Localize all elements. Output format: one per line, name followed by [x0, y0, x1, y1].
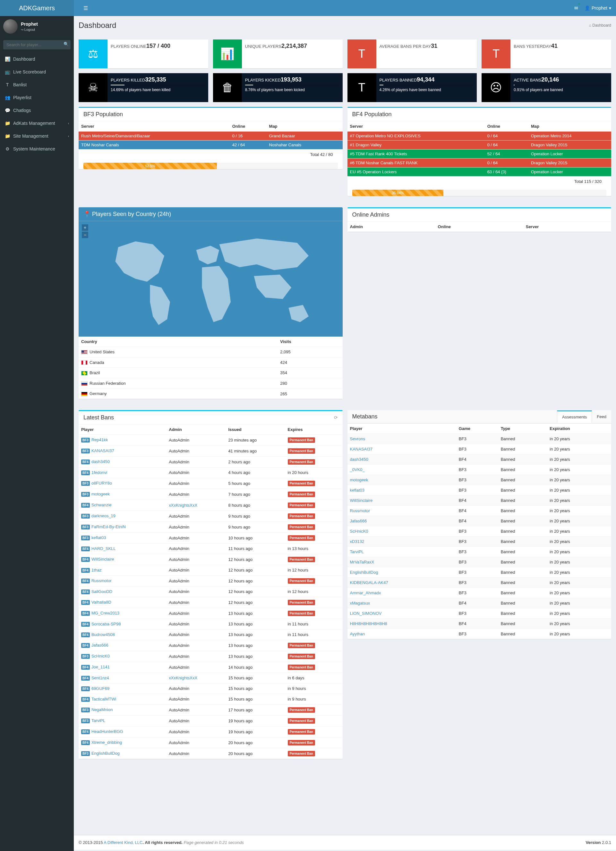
player-link[interactable]: Sorocaba-SP98: [92, 622, 121, 626]
player-link[interactable]: Rep41kk: [92, 438, 108, 442]
player-link[interactable]: Russmotor: [92, 578, 112, 583]
content-header: Dashboard Dashboard: [74, 16, 616, 35]
player-link[interactable]: keflat03: [350, 488, 365, 493]
sidebar-item[interactable]: 💬Chatlogs: [0, 104, 74, 117]
server-row[interactable]: TDM Noshar Canals42 / 64Noshahar Canals: [79, 141, 343, 150]
player-link[interactable]: Sevrons: [350, 436, 365, 441]
server-row[interactable]: #7 Operation Metro NO EXPLOSIVES0 / 64Op…: [347, 132, 611, 141]
player-link[interactable]: HARD_SKLL: [92, 546, 116, 551]
world-map[interactable]: + −: [79, 221, 343, 337]
player-link[interactable]: motogeek: [350, 478, 368, 482]
footer-company-link[interactable]: A Different Kind, LLC: [104, 840, 143, 845]
main-sidebar: Prophet Logout 🔍 📊Dashboard📺Live Scorebo…: [0, 16, 74, 850]
ban-row: BF4HARD_SKLLAutoAdmin11 hours agoin 13 h…: [79, 543, 343, 554]
user-menu[interactable]: 👤 Prophet ▾: [584, 6, 611, 11]
stat-box-dark: ☹ ACTIVE BANS20,146 0.91% of players are…: [482, 73, 611, 102]
sidebar-item[interactable]: 📺Live Scoreboard: [0, 65, 74, 78]
player-link[interactable]: KANASAI37: [350, 447, 373, 451]
metaban-row: Jafas666BF4Bannedin 20 years: [347, 516, 611, 526]
sidebar-item[interactable]: 📁AdKats Management‹: [0, 117, 74, 130]
player-link[interactable]: WillSinclaire: [350, 498, 373, 503]
player-link[interactable]: dash3450: [92, 459, 110, 464]
player-link[interactable]: TacticalMTWi: [92, 697, 116, 701]
player-link[interactable]: 1thaz: [92, 568, 102, 573]
player-link[interactable]: xD3132: [350, 539, 365, 544]
player-link[interactable]: EnglishBullDog: [92, 751, 120, 756]
sidebar-toggle[interactable]: ☰: [79, 0, 93, 16]
player-link[interactable]: keflat03: [92, 535, 106, 540]
server-row[interactable]: #6 TDM Noshar Canals FAST RANK0 / 64Drag…: [347, 158, 611, 167]
server-row[interactable]: Rush Metro/Seine/Damavand/Bazaar0 / 16Gr…: [79, 132, 343, 141]
server-row[interactable]: #1 Dragon Valley0 / 64Dragon Valley 2015: [347, 141, 611, 150]
player-link[interactable]: LION_SIMONOV: [350, 611, 382, 616]
search-button[interactable]: 🔍: [63, 42, 69, 47]
player-link[interactable]: Russmotor: [350, 508, 370, 513]
player-link[interactable]: Schwanzie: [92, 502, 112, 507]
sidebar-item[interactable]: ⚙System Maintenance: [0, 143, 74, 155]
player-link[interactable]: Budrow4508: [92, 632, 115, 637]
player-link[interactable]: Ayythan: [350, 631, 365, 636]
metaban-row: KANASAI37BF3Bannedin 20 years: [347, 444, 611, 454]
sidebar-item[interactable]: 👥Playerlist: [0, 91, 74, 104]
search-input[interactable]: [3, 40, 71, 50]
player-link[interactable]: SallGooDD: [92, 589, 112, 594]
player-link[interactable]: Valhalla8D: [92, 600, 111, 604]
country-row: Canada424: [79, 357, 343, 368]
refresh-icon[interactable]: ⟳: [334, 415, 338, 420]
stat-icon: ☹: [482, 73, 511, 102]
server-row[interactable]: #5 TDM Fast Rank 400 Tickets52 / 64Opera…: [347, 150, 611, 158]
logout-link[interactable]: Logout: [21, 28, 35, 32]
ban-row: BF3TarviPLAutoAdmin19 hours agoPermanent…: [79, 715, 343, 726]
brand-logo[interactable]: ADKGamers: [0, 0, 74, 16]
player-link[interactable]: KIDBENGALA-AK47: [350, 580, 388, 585]
player-link[interactable]: HeadHunterBGG: [92, 729, 123, 734]
sidebar-item[interactable]: 📁Site Management‹: [0, 130, 74, 143]
player-link[interactable]: Jafas666: [350, 519, 367, 523]
stat-icon: 📊: [213, 39, 242, 68]
tab-feed[interactable]: Feed: [592, 411, 611, 422]
player-link[interactable]: TarviPL: [92, 718, 105, 723]
metaban-row: Ammar_AhmadxBF3Bannedin 20 years: [347, 588, 611, 598]
player-link[interactable]: NegaMnion: [92, 707, 113, 712]
ban-row: BF3ScHnicK0AutoAdmin13 hours agoPermanen…: [79, 651, 343, 662]
player-link[interactable]: EnglishBullDog: [350, 570, 378, 575]
player-link[interactable]: FaRmEd-By-EtniN: [92, 524, 126, 529]
player-link[interactable]: motogeek: [92, 492, 110, 496]
breadcrumb[interactable]: Dashboard: [589, 23, 611, 28]
messages-icon[interactable]: ✉: [574, 6, 578, 11]
player-link[interactable]: Sent1nz4: [92, 675, 109, 680]
metaban-row: ScHnicK0BF3Bannedin 20 years: [347, 526, 611, 536]
player-link[interactable]: xMagatsux: [350, 601, 370, 606]
player-link[interactable]: WillSinclaire: [92, 557, 114, 562]
player-link[interactable]: Jafas666: [92, 643, 108, 648]
player-link[interactable]: _0VK0_: [350, 467, 365, 472]
player-link[interactable]: darkneos_19: [92, 513, 116, 518]
admin-link[interactable]: xXxKnightsXxX: [169, 503, 197, 508]
player-link[interactable]: KANASAI37: [92, 448, 114, 453]
metabans-box: Metabans Assessments Feed PlayerGameType…: [347, 410, 611, 639]
player-link[interactable]: H8H8H8H8H8H8H8: [350, 621, 387, 626]
tab-assessments[interactable]: Assessments: [557, 410, 592, 423]
sidebar-item[interactable]: TBanlist: [0, 78, 74, 91]
player-link[interactable]: Ammar_Ahmadx: [350, 591, 381, 595]
player-link[interactable]: TarviPL: [350, 549, 364, 554]
player-link[interactable]: o8FURY8o: [92, 481, 112, 486]
stat-icon: T: [347, 73, 376, 102]
player-link[interactable]: Xtreme_dribbing: [92, 740, 122, 745]
admin-link[interactable]: xXxKnightsXxX: [169, 675, 197, 680]
player-link[interactable]: ScHnicK0: [92, 654, 110, 659]
zoom-out-button[interactable]: −: [82, 232, 88, 238]
zoom-in-button[interactable]: +: [82, 224, 88, 231]
metaban-row: WillSinclaireBF4Bannedin 20 years: [347, 495, 611, 505]
player-link[interactable]: dash3450: [350, 457, 368, 462]
player-link[interactable]: ScHnicK0: [350, 529, 368, 534]
metaban-row: LION_SIMONOVBF3Bannedin 20 years: [347, 608, 611, 618]
server-row[interactable]: EU #5 Operation Lockers63 / 64 (3)Operat…: [347, 167, 611, 176]
sidebar-item[interactable]: 📊Dashboard: [0, 53, 74, 65]
metaban-row: MrVaTaRaxXBF3Bannedin 20 years: [347, 557, 611, 567]
player-link[interactable]: 1fedonvi: [92, 470, 107, 475]
player-link[interactable]: 69GUF69: [92, 686, 110, 691]
player-link[interactable]: Joe_1141: [92, 665, 110, 669]
player-link[interactable]: MG_Crew2013: [92, 610, 119, 615]
player-link[interactable]: MrVaTaRaxX: [350, 559, 374, 564]
